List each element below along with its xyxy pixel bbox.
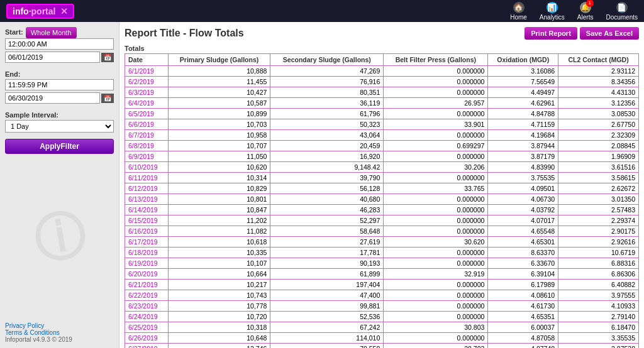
table-row: 6/4/201910,58736,11926.9574.629613.12356 [125, 98, 639, 109]
table-row: 6/2/201911,45576,9160.0000007.565498.343… [125, 77, 639, 87]
table-cell: 6/12/2019 [125, 183, 169, 194]
table-cell: 10,743 [168, 290, 270, 301]
table-cell: 6/27/2019 [125, 344, 169, 349]
table-row: 6/6/201910,70350,32333.9014.711592.67750 [125, 119, 639, 130]
table-cell: 6.18470 [558, 322, 639, 333]
table-cell: 10.6719 [558, 247, 639, 258]
end-time-input[interactable] [5, 79, 114, 90]
save-as-excel-button[interactable]: Save As Excel [580, 27, 639, 40]
whole-month-button[interactable]: Whole Month [26, 27, 77, 38]
table-cell: 99,881 [270, 301, 384, 312]
table-cell: 58,648 [270, 226, 384, 237]
table-cell: 10,314 [168, 173, 270, 183]
table-cell: 4.87058 [488, 333, 558, 344]
logo-area: info·portal ✕ [6, 4, 74, 19]
table-cell: 30.620 [384, 237, 488, 247]
table-cell: 6/22/2019 [125, 290, 169, 301]
table-cell: 6.88316 [558, 258, 639, 269]
table-row: 6/9/201911,05016,9200.0000003.871791.969… [125, 151, 639, 162]
table-cell: 11,202 [168, 215, 270, 226]
alerts-badge: 1 [586, 0, 594, 7]
table-cell: 47,400 [270, 290, 384, 301]
table-row: 6/22/201910,74347,4000.0000004.086103.97… [125, 290, 639, 301]
table-cell: 10,648 [168, 333, 270, 344]
table-cell: 6/16/2019 [125, 226, 169, 237]
table-cell: 3.75535 [488, 173, 558, 183]
table-cell: 11,082 [168, 226, 270, 237]
table-cell: 7.56549 [488, 77, 558, 87]
report-title: Report Title - Flow Totals [125, 28, 244, 39]
table-cell: 4.87740 [488, 344, 558, 349]
table-row: 6/5/201910,89961,7960.0000004.847883.085… [125, 109, 639, 119]
table-cell: 4.19684 [488, 130, 558, 141]
start-date-input[interactable] [5, 52, 100, 63]
table-row: 6/14/201910,84746,2830.0000004.037922.57… [125, 205, 639, 215]
table-cell: 6/17/2019 [125, 237, 169, 247]
table-cell: 114,010 [270, 333, 384, 344]
table-cell: 0.699297 [384, 141, 488, 151]
table-cell: 4.09501 [488, 183, 558, 194]
print-report-button[interactable]: Print Report [525, 27, 577, 40]
table-cell: 10,217 [168, 280, 270, 290]
report-actions: Print Report Save As Excel [525, 27, 639, 40]
table-cell: 10,618 [168, 237, 270, 247]
table-cell: 16,920 [270, 151, 384, 162]
table-cell: 0.000000 [384, 312, 488, 322]
table-cell: 2.57483 [558, 205, 639, 215]
table-cell: 6/10/2019 [125, 162, 169, 173]
table-cell: 6/11/2019 [125, 173, 169, 183]
col-oxidation: Oxidation (MGD) [488, 54, 558, 66]
logo-portal: portal [31, 6, 56, 16]
table-cell: 61,796 [270, 109, 384, 119]
table-cell: 6/14/2019 [125, 205, 169, 215]
table-cell: 43,064 [270, 130, 384, 141]
sidebar: Start: Whole Month 📅 End: 📅 Sample Inter… [0, 22, 119, 348]
table-row: 6/16/201911,08258,6480.0000004.655482.90… [125, 226, 639, 237]
table-cell: 0.000000 [384, 290, 488, 301]
table-cell: 1.96909 [558, 151, 639, 162]
table-cell: 52,297 [270, 215, 384, 226]
watermark: ⓘ [30, 205, 89, 269]
nav-home[interactable]: 🏠 Home [510, 2, 527, 21]
end-date-input[interactable] [5, 92, 100, 104]
table-cell: 40,680 [270, 194, 384, 205]
table-cell: 10,427 [168, 87, 270, 98]
table-cell: 6/19/2019 [125, 258, 169, 269]
table-cell: 90,193 [270, 258, 384, 269]
start-time-input[interactable] [5, 38, 114, 50]
table-cell: 10,847 [168, 205, 270, 215]
table-cell: 0.000000 [384, 258, 488, 269]
privacy-policy-link[interactable]: Privacy Policy [5, 322, 114, 329]
logo[interactable]: info·portal ✕ [6, 4, 74, 19]
totals-label: Totals [125, 45, 639, 52]
logo-close-icon[interactable]: ✕ [60, 6, 68, 16]
table-cell: 2.92616 [558, 237, 639, 247]
table-row: 6/13/201910,80140,6800.0000004.067303.01… [125, 194, 639, 205]
nav-analytics[interactable]: 📊 Analytics [540, 2, 565, 21]
end-calendar-icon[interactable]: 📅 [101, 94, 114, 103]
interval-label: Sample Interval: [5, 111, 114, 119]
table-cell: 10,318 [168, 322, 270, 333]
table-cell: 6.17989 [488, 280, 558, 290]
table-cell: 10,829 [168, 183, 270, 194]
table-cell: 4.65301 [488, 237, 558, 247]
apply-filter-button[interactable]: ApplyFilter [5, 139, 114, 154]
table-cell: 33.901 [384, 119, 488, 130]
table-cell: 6/2/2019 [125, 77, 169, 87]
table-cell: 2.90175 [558, 226, 639, 237]
table-cell: 6.86306 [558, 269, 639, 280]
interval-select[interactable]: 1 Day 1 Hour 15 Minutes [5, 120, 114, 133]
nav-documents[interactable]: 📄 Documents [606, 2, 638, 21]
table-row: 6/7/201910,95843,0640.0000004.196842.323… [125, 130, 639, 141]
nav-alerts[interactable]: 🔔 1 Alerts [577, 2, 594, 21]
table-cell: 3.61516 [558, 162, 639, 173]
logo-text: info·portal [13, 6, 55, 16]
table-cell: 10,587 [168, 98, 270, 109]
start-calendar-icon[interactable]: 📅 [101, 53, 114, 62]
table-cell: 0.000000 [384, 173, 488, 183]
terms-link[interactable]: Terms & Conditions [5, 329, 114, 336]
table-cell: 6.00037 [488, 322, 558, 333]
col-belt-filter: Belt Filter Press (Gallons) [384, 54, 488, 66]
table-cell: 0.000000 [384, 130, 488, 141]
table-cell: 4.06730 [488, 194, 558, 205]
